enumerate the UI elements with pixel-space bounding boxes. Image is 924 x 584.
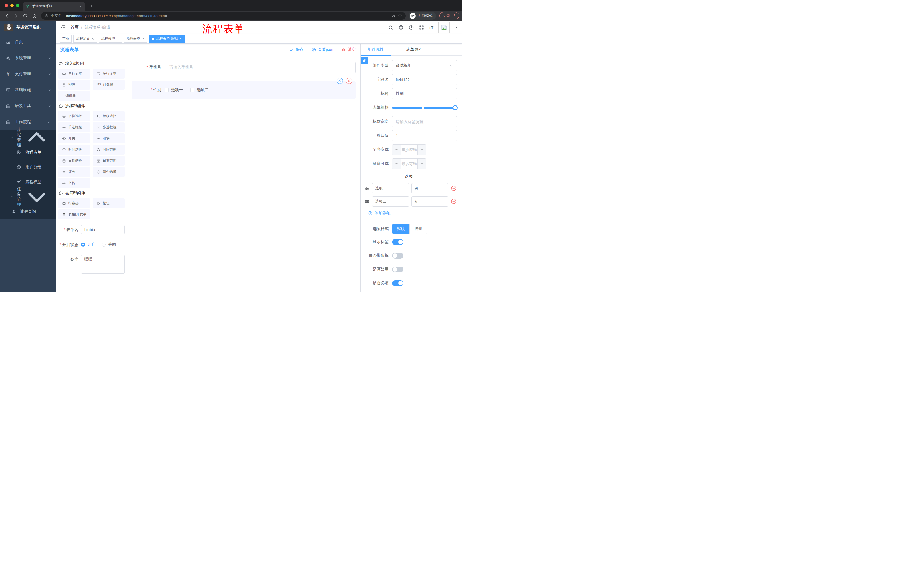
github-icon[interactable]: [398, 25, 404, 30]
sidebar-item-home[interactable]: 首页: [0, 34, 56, 50]
status-off-radio[interactable]: [102, 243, 106, 247]
canvas-field-gender-selected[interactable]: 性别 选项一 选项二: [132, 81, 356, 99]
delete-component-button[interactable]: [346, 78, 352, 84]
tab-form-props[interactable]: 表单属性: [399, 44, 429, 56]
gender-option2-checkbox[interactable]: [190, 88, 195, 92]
sidebar-item-task-mgmt[interactable]: 任务管理: [0, 189, 56, 204]
forward-button[interactable]: [12, 12, 20, 20]
zoom-window-button[interactable]: [16, 4, 20, 7]
drag-handle-icon[interactable]: [365, 199, 370, 204]
option-style-button[interactable]: 按钮: [409, 224, 427, 234]
increase-button[interactable]: [417, 145, 426, 155]
option-style-default[interactable]: 默认: [392, 224, 409, 234]
tag-process-model[interactable]: 流程模型: [99, 35, 122, 43]
sidebar-item-devtools[interactable]: 研发工具: [0, 98, 56, 114]
remove-option-icon[interactable]: [450, 185, 457, 191]
palette-item-table[interactable]: 表格[开发中]: [58, 209, 90, 219]
browser-menu-icon[interactable]: [452, 14, 457, 18]
status-on-radio[interactable]: [81, 243, 85, 247]
min-select-input[interactable]: [401, 145, 417, 155]
slider-handle[interactable]: [452, 105, 458, 110]
remark-textarea[interactable]: 嘿嘿: [81, 255, 125, 274]
phone-input[interactable]: 请输入手机号: [165, 62, 356, 73]
save-button[interactable]: 保存: [289, 47, 304, 52]
fullscreen-icon[interactable]: [419, 25, 424, 30]
option-value-input[interactable]: [411, 196, 449, 207]
option-label-input[interactable]: [372, 196, 409, 207]
decrease-button[interactable]: [392, 145, 401, 155]
sidebar-item-infra[interactable]: 基础设施: [0, 82, 56, 98]
palette-item-switch[interactable]: 开关: [58, 133, 90, 143]
close-window-button[interactable]: [5, 4, 8, 7]
clear-button[interactable]: 清空: [342, 47, 356, 52]
browser-update-button[interactable]: 更新: [439, 12, 459, 20]
password-key-icon[interactable]: [391, 13, 396, 18]
close-icon[interactable]: [179, 37, 182, 40]
palette-item-upload[interactable]: 上传: [58, 178, 90, 188]
palette-item-radio-group[interactable]: 单选框组: [58, 122, 90, 132]
palette-item-rate[interactable]: 评分: [58, 167, 90, 177]
tag-process-definition[interactable]: 流程定义: [73, 35, 97, 43]
increase-button[interactable]: [417, 159, 426, 169]
close-tab-icon[interactable]: [79, 5, 82, 8]
form-canvas[interactable]: 手机号 请输入手机号 性别 选项一 选项二: [127, 56, 360, 292]
close-icon[interactable]: [91, 37, 94, 40]
close-icon[interactable]: [142, 37, 145, 40]
copy-component-button[interactable]: [337, 78, 343, 84]
field-name-input[interactable]: [392, 74, 457, 86]
data-binding-drawer-toggle[interactable]: [361, 57, 368, 64]
close-icon[interactable]: [116, 37, 119, 40]
tab-component-props[interactable]: 组件属性: [361, 44, 391, 56]
browser-tab[interactable]: 芋道管理系统: [23, 2, 85, 11]
gender-option1-checkbox[interactable]: [165, 88, 169, 92]
palette-item-time-range[interactable]: 时间范围: [92, 145, 125, 155]
option-label-input[interactable]: [372, 183, 409, 193]
sidebar-collapse-icon[interactable]: [60, 24, 66, 31]
breadcrumb-home[interactable]: 首页: [71, 25, 79, 30]
canvas-field-phone[interactable]: 手机号 请输入手机号: [132, 62, 356, 73]
tag-process-form-edit[interactable]: 流程表单-编辑: [149, 35, 185, 43]
decrease-button[interactable]: [392, 159, 401, 169]
drag-handle-icon[interactable]: [365, 186, 370, 191]
caret-down-icon[interactable]: [455, 26, 458, 29]
palette-item-date[interactable]: 日期选择: [58, 156, 90, 166]
bookmark-star-icon[interactable]: [398, 13, 402, 18]
palette-item-password[interactable]: 密码: [58, 80, 90, 90]
reload-button[interactable]: [21, 12, 29, 20]
palette-item-cascader[interactable]: 级联选择: [92, 111, 125, 121]
show-label-toggle[interactable]: [392, 239, 403, 245]
sidebar-item-process-mgmt[interactable]: 流程管理: [0, 130, 56, 145]
gender-option2-label[interactable]: 选项二: [197, 87, 209, 92]
font-size-icon[interactable]: TT: [429, 25, 433, 30]
default-value-input[interactable]: [392, 130, 457, 141]
palette-item-counter[interactable]: 123计数器: [92, 80, 125, 90]
palette-item-color[interactable]: 颜色选择: [92, 167, 125, 177]
disabled-toggle[interactable]: [392, 267, 403, 272]
search-icon[interactable]: [388, 25, 393, 30]
tag-process-form[interactable]: 流程表单: [124, 35, 147, 43]
palette-item-editor[interactable]: 编辑器: [58, 91, 90, 101]
palette-item-row-container[interactable]: 行容器: [58, 198, 90, 208]
view-json-button[interactable]: 查看json: [312, 47, 333, 52]
minimize-window-button[interactable]: [10, 4, 14, 7]
tag-home[interactable]: 首页: [60, 35, 72, 43]
help-icon[interactable]: [409, 25, 414, 30]
palette-item-checkbox-group[interactable]: 多选框组: [92, 122, 125, 132]
border-toggle[interactable]: [392, 253, 403, 258]
palette-item-date-range[interactable]: 日期范围: [92, 156, 125, 166]
palette-item-select[interactable]: 下拉选择: [58, 111, 90, 121]
new-tab-button[interactable]: [87, 2, 96, 10]
avatar[interactable]: [438, 22, 450, 33]
palette-item-time[interactable]: 时间选择: [58, 145, 90, 155]
sidebar-item-system[interactable]: 系统管理: [0, 50, 56, 66]
max-select-input[interactable]: [401, 159, 417, 169]
form-name-input[interactable]: [81, 225, 125, 234]
remove-option-icon[interactable]: [450, 198, 457, 204]
required-toggle[interactable]: [392, 280, 403, 286]
label-width-input[interactable]: [392, 116, 457, 127]
status-off-label[interactable]: 关闭: [108, 242, 116, 247]
status-on-label[interactable]: 开启: [87, 242, 96, 247]
palette-item-multi-text[interactable]: 多行文本: [92, 69, 125, 79]
component-type-select[interactable]: 多选框组: [392, 60, 457, 71]
palette-item-single-text[interactable]: 单行文本: [58, 69, 90, 79]
